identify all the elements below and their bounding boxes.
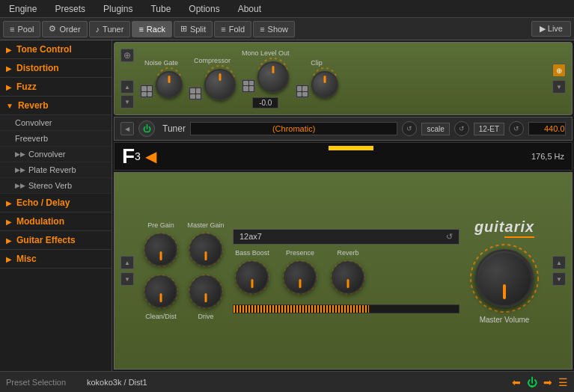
tuner-power-btn[interactable]: ⏻ <box>138 120 155 137</box>
amp-level-bar <box>233 304 459 313</box>
tuner-panel: ◀ ⏻ Tuner (Chromatic) ↺ scale ↺ 12-ET ↺ … <box>114 117 573 141</box>
amp-selector[interactable]: 12ax7 ↺ <box>233 229 459 245</box>
tuner-temperament-badge: 12-ET <box>474 123 504 135</box>
arrow-right-icon[interactable]: ➡ <box>543 376 552 388</box>
menu-plugins[interactable]: Plugins <box>100 4 135 14</box>
bass-boost-group: Bass Boost <box>233 249 272 297</box>
menu-tube[interactable]: Tube <box>147 4 174 14</box>
live-icon: ▶ <box>540 24 546 33</box>
master-volume-knob[interactable] <box>475 249 534 307</box>
sidebar-item-tone-control[interactable]: ▶ Tone Control <box>0 40 112 59</box>
panel-scroll-btn[interactable]: ▼ <box>552 80 566 94</box>
toolbar-tuner-btn[interactable]: ♪ Tuner <box>89 21 131 37</box>
chevron-right-icon: ▶ <box>6 46 12 54</box>
toolbar: ≡ Pool ⚙ Order ♪ Tuner ≡ Rack ⊞ Split ≡ … <box>0 18 574 40</box>
sidebar-item-modulation[interactable]: ▶ Modulation <box>0 212 112 231</box>
freq-display-panel: F 3 ◀ 176,5 Hz <box>114 142 573 171</box>
sidebar-item-guitar-effects[interactable]: ▶ Guitar Effects <box>0 231 112 250</box>
presence-knob[interactable] <box>284 261 317 294</box>
freq-value: 176,5 Hz <box>531 152 564 161</box>
status-icons: ⬅ ⏻ ➡ ☰ <box>512 376 568 388</box>
note-letter: F <box>122 144 135 168</box>
bass-boost-knob[interactable] <box>236 261 269 294</box>
toolbar-rack-btn[interactable]: ≡ Rack <box>132 21 171 37</box>
drive-knob[interactable] <box>189 275 222 308</box>
tuner-refresh-btn[interactable]: ↺ <box>402 121 417 136</box>
clean-dist-knob[interactable] <box>144 275 177 308</box>
tuner-position-bar <box>329 146 373 150</box>
sidebar-item-misc[interactable]: ▶ Misc <box>0 250 112 269</box>
amp-selector-refresh-icon[interactable]: ↺ <box>446 232 453 242</box>
status-bar: Preset Selection kokoko3k / Dist1 ⬅ ⏻ ➡ … <box>0 371 574 392</box>
tuner-scale-btn[interactable]: ↺ <box>454 121 469 136</box>
noise-gate-knob[interactable] <box>156 71 183 98</box>
clean-dist-group: Clean/Dist <box>141 272 180 320</box>
sidebar: ▶ Tone Control ▶ Distortion ▶ Fuzz ▼ Rev… <box>0 40 112 371</box>
arrow-left-icon[interactable]: ⬅ <box>512 376 521 388</box>
amp-scroll-btn[interactable]: ▲ <box>120 256 134 269</box>
scroll-down-btn[interactable]: ▼ <box>120 95 134 108</box>
amp-scroll-down-btn[interactable]: ▼ <box>120 272 134 286</box>
pre-gain-knob[interactable] <box>144 233 177 266</box>
tuner-temperament-btn[interactable]: ↺ <box>509 121 524 136</box>
reverb-knob[interactable] <box>332 261 364 294</box>
bars-icon: ▶▶ <box>15 182 25 189</box>
pre-gain-group: Pre Gain <box>141 221 180 269</box>
amp-right-section: 12ax7 ↺ Bass Boost <box>233 229 459 313</box>
menu-engine[interactable]: Engine <box>6 4 40 14</box>
chevron-right-icon: ▶ <box>6 218 12 226</box>
sidebar-item-stereo-verb[interactable]: ▶▶ Stereo Verb <box>0 178 112 194</box>
chevron-right-icon: ▶ <box>6 64 12 73</box>
scroll-up-btn[interactable]: ▲ <box>120 80 134 94</box>
toolbar-split-btn[interactable]: ⊞ Split <box>174 21 213 37</box>
master-volume-section: guitarix Master Volume <box>467 218 542 324</box>
amp-panel: ▲ ▼ Pre Gain <box>114 172 573 370</box>
menu-options[interactable]: Options <box>186 4 222 14</box>
main-area: ▶ Tone Control ▶ Distortion ▶ Fuzz ▼ Rev… <box>0 40 574 371</box>
sidebar-item-convolver2[interactable]: ▶▶ Convolver <box>0 147 112 162</box>
bars-icon: ▶▶ <box>15 150 25 158</box>
toolbar-pool-btn[interactable]: ≡ Pool <box>3 21 40 37</box>
amp-right-scroll-down[interactable]: ▼ <box>552 272 566 286</box>
sidebar-item-convolver[interactable]: Convolver <box>0 115 112 131</box>
tuner-label: Tuner <box>162 123 186 134</box>
sidebar-item-plate-reverb[interactable]: ▶▶ Plate Reverb <box>0 162 112 178</box>
compressor-group: Compressor <box>189 57 236 100</box>
toolbar-live-btn[interactable]: ▶ Live <box>531 21 571 37</box>
mono-level-knob[interactable] <box>257 61 289 93</box>
chevron-right-icon: ▶ <box>6 236 12 245</box>
sidebar-item-reverb[interactable]: ▼ Reverb <box>0 97 112 115</box>
master-volume-label: Master Volume <box>480 316 530 324</box>
clip-knob[interactable] <box>311 71 338 98</box>
compressor-grid-btn[interactable] <box>189 87 202 100</box>
toolbar-order-btn[interactable]: ⚙ Order <box>42 21 87 37</box>
toolbar-fold-btn[interactable]: ≡ Fold <box>214 21 251 37</box>
amp-level-fill <box>233 305 369 313</box>
noise-gate-grid-btn[interactable] <box>140 85 153 98</box>
guitarix-logo: guitarix <box>474 218 534 236</box>
menu-about[interactable]: About <box>235 4 264 14</box>
sidebar-item-fuzz[interactable]: ▶ Fuzz <box>0 78 112 97</box>
master-gain-group: Master Gain <box>186 221 225 269</box>
toolbar-show-btn[interactable]: ≡ Show <box>253 21 295 37</box>
nav-left-btn[interactable]: ⊕ <box>120 49 134 62</box>
eq-panel: ⊕ ▲ ▼ Noise Gate <box>114 42 573 115</box>
panel-options-btn[interactable]: ⊕ <box>552 64 566 77</box>
sidebar-item-echo-delay[interactable]: ▶ Echo / Delay <box>0 194 112 212</box>
menu-presets[interactable]: Presets <box>52 4 88 14</box>
menu-icon[interactable]: ☰ <box>558 376 568 388</box>
noise-gate-group: Noise Gate <box>140 59 183 98</box>
chevron-right-icon: ▶ <box>6 83 12 91</box>
clip-group: Clip <box>296 59 338 98</box>
nav-scroll-btn[interactable]: ◀ <box>120 122 134 135</box>
clip-grid-btn[interactable] <box>296 85 309 98</box>
sidebar-item-distortion[interactable]: ▶ Distortion <box>0 59 112 78</box>
power-status-icon[interactable]: ⏻ <box>527 376 537 388</box>
mono-level-grid-btn[interactable] <box>242 79 255 93</box>
amp-right-scroll-up[interactable]: ▲ <box>552 256 566 269</box>
master-gain-knob[interactable] <box>189 233 222 266</box>
rack-icon: ≡ <box>138 25 143 34</box>
compressor-knob[interactable] <box>204 69 236 100</box>
chevron-down-icon: ▼ <box>6 102 13 110</box>
sidebar-item-freeverb[interactable]: Freeverb <box>0 131 112 147</box>
